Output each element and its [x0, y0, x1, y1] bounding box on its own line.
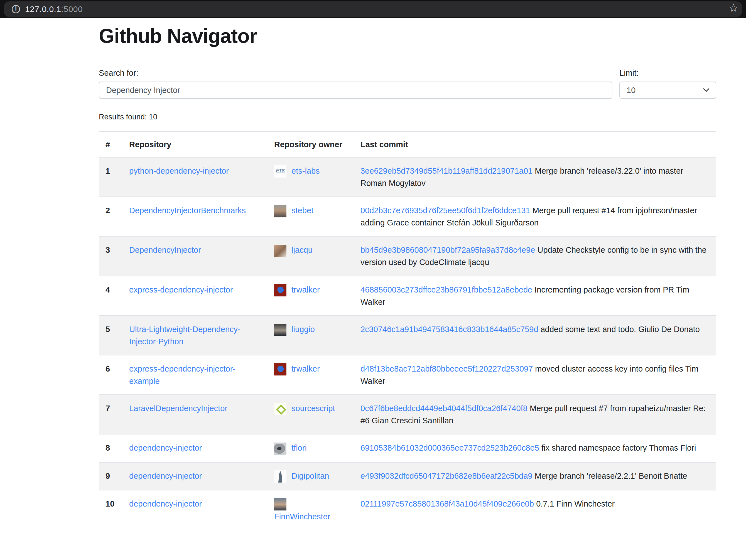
row-number: 7 — [99, 395, 122, 434]
table-row: 4 express-dependency-injector trwalker 4… — [99, 276, 716, 316]
repository-link[interactable]: express-dependency-injector — [129, 285, 233, 294]
limit-label: Limit: — [619, 68, 716, 78]
commit-hash-link[interactable]: e493f9032dfcd65047172b682e8b6eaf22c5bda9 — [361, 471, 533, 480]
repository-link[interactable]: dependency-injector — [129, 499, 202, 508]
row-number: 5 — [99, 316, 122, 355]
repository-link[interactable]: Ultra-Lightweight-Dependency-Injector-Py… — [129, 325, 240, 346]
owner-link[interactable]: Digipolitan — [291, 471, 329, 480]
row-number: 9 — [99, 462, 122, 490]
table-row: 9 dependency-injector Digipolitan e493f9… — [99, 462, 716, 490]
owner-link[interactable]: sourcescript — [291, 404, 335, 413]
page-info-icon[interactable] — [12, 5, 20, 13]
header-last-commit: Last commit — [354, 131, 716, 157]
row-number: 10 — [99, 490, 122, 530]
table-row: 8 dependency-injector tflori 69105384b61… — [99, 434, 716, 462]
row-number: 2 — [99, 197, 122, 236]
url-host: 127.0.0.1 — [25, 4, 61, 13]
owner-link[interactable]: ljacqu — [291, 245, 313, 255]
commit-hash-link[interactable]: 468856003c273dffce23b86791fbbe512a8ebede — [361, 285, 532, 294]
owner-avatar — [274, 284, 286, 296]
table-header-row: # Repository Repository owner Last commi… — [99, 131, 716, 157]
commit-hash-link[interactable]: d48f13be8ac712abf80bbeeee5f120227d253097 — [361, 364, 533, 373]
commit-message: fix shared namespace factory Thomas Flor… — [541, 443, 696, 452]
repository-link[interactable]: express-dependency-injector-example — [129, 364, 235, 385]
table-row: 3 DependencyInjector ljacqu bb45d9e3b986… — [99, 236, 716, 276]
bookmark-star-icon[interactable]: ☆ — [728, 1, 739, 15]
table-row: 6 express-dependency-injector-example tr… — [99, 355, 716, 395]
commit-hash-link[interactable]: bb45d9e3b98608047190bf72a95fa9a37d8c4e9e — [361, 245, 535, 255]
commit-hash-link[interactable]: 2c30746c1a91b4947583416c833b1644a85c759d — [361, 325, 538, 334]
owner-avatar — [274, 498, 286, 510]
table-row: 7 LaravelDependencyInjector sourcescript… — [99, 395, 716, 434]
page-title: Github Navigator — [99, 25, 716, 47]
row-number: 8 — [99, 434, 122, 462]
owner-link[interactable]: trwalker — [291, 364, 320, 373]
owner-avatar — [274, 470, 286, 482]
owner-link[interactable]: ets-labs — [291, 167, 320, 175]
owner-avatar — [274, 443, 286, 455]
owner-avatar — [274, 324, 286, 336]
header-num: # — [99, 131, 122, 157]
repository-link[interactable]: DependencyInjectorBenchmarks — [129, 206, 246, 215]
page-content: Github Navigator Search for: Limit: 10 R… — [0, 25, 716, 530]
row-number: 3 — [99, 236, 122, 276]
commit-hash-link[interactable]: 69105384b61032d000365ee737cd2523b260c8e5 — [361, 443, 539, 452]
repository-link[interactable]: DependencyInjector — [129, 245, 201, 255]
limit-select[interactable]: 10 — [619, 82, 716, 99]
repository-link[interactable]: dependency-injector — [129, 471, 202, 480]
owner-avatar — [274, 403, 286, 415]
commit-message: 0.7.1 Finn Winchester — [536, 499, 614, 508]
commit-hash-link[interactable]: 3ee629eb5d7349d55f41b119aff81dd219071a01 — [361, 167, 533, 175]
table-row: 2 DependencyInjectorBenchmarks stebet 00… — [99, 197, 716, 236]
owner-link[interactable]: stebet — [291, 206, 313, 215]
owner-link[interactable]: FinnWinchester — [274, 512, 330, 521]
commit-hash-link[interactable]: 00d2b3c7e76935d76f25ee50f6d1f2ef6ddce131 — [361, 206, 530, 215]
owner-avatar — [274, 165, 286, 178]
owner-avatar — [274, 363, 286, 376]
address-bar[interactable]: 127.0.0.1:5000 — [4, 1, 742, 17]
repository-link[interactable]: dependency-injector — [129, 443, 202, 452]
owner-link[interactable]: trwalker — [291, 285, 320, 294]
limit-block: Limit: 10 — [619, 68, 716, 99]
repository-link[interactable]: python-dependency-injector — [129, 167, 229, 175]
row-number: 4 — [99, 276, 122, 316]
owner-link[interactable]: liuggio — [291, 325, 315, 334]
search-input[interactable] — [99, 82, 612, 99]
search-form: Search for: Limit: 10 — [99, 68, 716, 99]
owner-link[interactable]: tflori — [291, 443, 307, 452]
header-owner: Repository owner — [267, 131, 354, 157]
commit-hash-link[interactable]: 0c67f6be8eddcd4449eb4044f5df0ca26f4740f8 — [361, 404, 527, 413]
commit-message: added some text and todo. Giulio De Dona… — [541, 325, 700, 334]
table-row: 5 Ultra-Lightweight-Dependency-Injector-… — [99, 316, 716, 355]
header-repository: Repository — [122, 131, 267, 157]
row-number: 6 — [99, 355, 122, 395]
repository-link[interactable]: LaravelDependencyInjector — [129, 404, 227, 413]
table-row: 10 dependency-injector FinnWinchester 02… — [99, 490, 716, 530]
commit-message: Merge branch 'release/2.2.1' Benoit Bria… — [535, 471, 687, 480]
owner-avatar — [274, 245, 286, 257]
browser-chrome: 127.0.0.1:5000 ☆ — [0, 0, 746, 18]
row-number: 1 — [99, 157, 122, 197]
url-port: :5000 — [61, 4, 83, 13]
results-table: # Repository Repository owner Last commi… — [99, 131, 716, 530]
owner-avatar — [274, 205, 286, 217]
commit-hash-link[interactable]: 02111997e57c85801368f43a10d45f409e266e0b — [361, 499, 534, 508]
results-count: Results found: 10 — [99, 113, 716, 121]
url-text[interactable]: 127.0.0.1:5000 — [25, 4, 83, 14]
table-row: 1 python-dependency-injector ets-labs 3e… — [99, 157, 716, 197]
